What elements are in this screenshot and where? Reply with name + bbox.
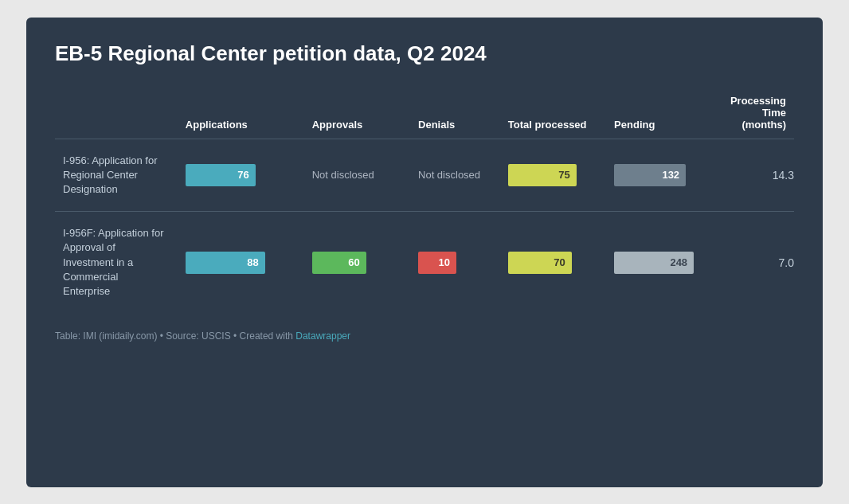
pending-cell-i956f: 248 [606, 212, 704, 313]
applications-bar-i956f: 88 [186, 252, 265, 274]
row-label-i956: I-956: Application for Regional Center D… [55, 139, 178, 212]
col-header-label [55, 88, 178, 139]
applications-cell-i956f: 88 [178, 212, 304, 313]
col-header-denials: Denials [410, 88, 500, 139]
data-table: Applications Approvals Denials Total pro… [55, 88, 794, 314]
applications-bar-i956: 76 [186, 164, 256, 186]
approvals-not-disclosed-i956: Not disclosed [312, 168, 402, 182]
table-row: I-956F: Application for Approval of Inve… [55, 212, 794, 313]
pending-bar-i956f: 248 [614, 252, 694, 274]
chart-title: EB-5 Regional Center petition data, Q2 2… [55, 41, 794, 66]
total-bar-i956: 75 [508, 164, 577, 186]
col-header-total: Total processed [500, 88, 606, 139]
total-bar-i956f: 70 [508, 252, 572, 274]
col-header-approvals: Approvals [304, 88, 410, 139]
table-wrap: Applications Approvals Denials Total pro… [55, 88, 794, 314]
denials-not-disclosed-i956: Not disclosed [418, 168, 492, 182]
table-row: I-956: Application for Regional Center D… [55, 139, 794, 212]
card: EB-5 Regional Center petition data, Q2 2… [26, 18, 823, 487]
approvals-bar-i956f: 60 [312, 252, 366, 274]
denials-cell-i956: Not disclosed [410, 139, 500, 212]
row-label-i956f: I-956F: Application for Approval of Inve… [55, 212, 178, 313]
pending-cell-i956: 132 [606, 139, 704, 212]
approvals-cell-i956: Not disclosed [304, 139, 410, 212]
total-cell-i956: 75 [500, 139, 606, 212]
col-header-processing: ProcessingTime(months) [704, 88, 794, 139]
pending-bar-i956: 132 [614, 164, 686, 186]
processing-time-cell-i956f: 7.0 [704, 212, 794, 313]
denials-bar-i956f: 10 [418, 252, 456, 274]
col-header-applications: Applications [178, 88, 304, 139]
processing-time-cell-i956: 14.3 [704, 139, 794, 212]
footer-text: Table: IMI (imidaily.com) • Source: USCI… [55, 330, 295, 342]
total-cell-i956f: 70 [500, 212, 606, 313]
col-header-pending: Pending [606, 88, 704, 139]
approvals-cell-i956f: 60 [304, 212, 410, 313]
datawrapper-link[interactable]: Datawrapper [295, 330, 350, 342]
applications-cell-i956: 76 [178, 139, 304, 212]
denials-cell-i956f: 10 [410, 212, 500, 313]
footer: Table: IMI (imidaily.com) • Source: USCI… [55, 330, 794, 342]
